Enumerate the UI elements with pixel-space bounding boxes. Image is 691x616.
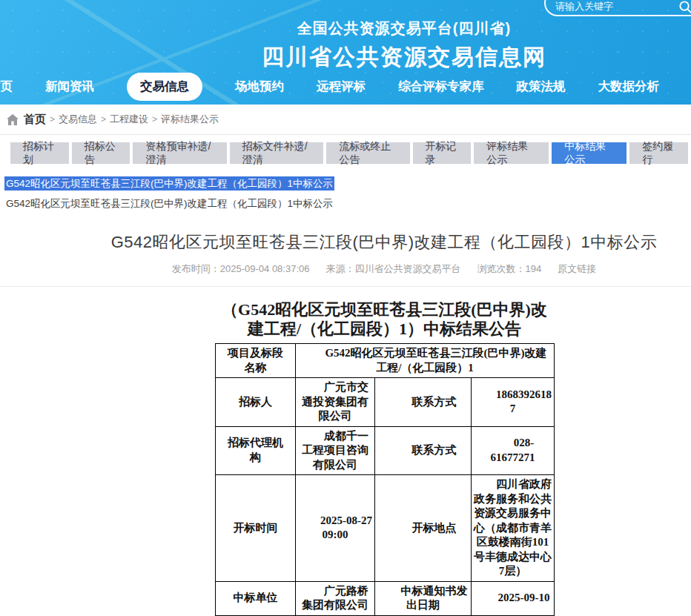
table-cell-r3c2: 开标地点 bbox=[375, 475, 472, 582]
table-row-1: 招标人广元市交通投资集团有限公司联系方式18683926187 bbox=[216, 378, 555, 427]
table-cell-r1c2: 联系方式 bbox=[375, 378, 472, 427]
document-title-line-2: 建工程/（化工园段）1）中标结果公告 bbox=[215, 319, 554, 339]
nav-item-2[interactable]: 交易信息 bbox=[127, 73, 202, 101]
table-row-0: 项目及标段名称G542昭化区元坝至旺苍县三江段(巴中界)改建工程/（化工园段）1 bbox=[216, 344, 555, 378]
table-cell-r0c1: G542昭化区元坝至旺苍县三江段(巴中界)改建工程/（化工园段）1 bbox=[296, 344, 555, 378]
breadcrumb: 首页 >交易信息>工程建设>评标结果公示 bbox=[0, 105, 691, 135]
site-title-large: 四川省公共资源交易信息网 bbox=[59, 42, 691, 73]
nav-item-4[interactable]: 远程评标 bbox=[317, 79, 366, 95]
tab-8[interactable]: 签约履行 bbox=[629, 142, 688, 164]
table-cell-r0c0: 项目及标段名称 bbox=[216, 344, 296, 378]
tab-7[interactable]: 中标结果公示 bbox=[552, 142, 626, 164]
meta-item-1: 来源：四川省公共资源交易平台 bbox=[326, 263, 461, 274]
origin-link[interactable]: 原文链接 bbox=[558, 263, 596, 274]
breadcrumb-separator: > bbox=[101, 114, 106, 125]
table-cell-r4c3: 2025-09-10 bbox=[472, 581, 555, 615]
nav-item-7[interactable]: 大数据分析 bbox=[598, 79, 660, 95]
tab-0[interactable]: 招标计划 bbox=[10, 142, 69, 164]
article-header: G542昭化区元坝至旺苍县三江段(巴中界)改建工程（化工园段）1中标公示 发布时… bbox=[39, 231, 691, 276]
search-input[interactable]: 请输入关键字 bbox=[544, 0, 691, 16]
breadcrumb-separator: > bbox=[152, 114, 157, 125]
tab-3[interactable]: 招标文件补遗/澄清 bbox=[230, 142, 323, 164]
breadcrumb-item-1[interactable]: 工程建设 bbox=[110, 113, 148, 126]
table-cell-r1c0: 招标人 bbox=[216, 378, 296, 427]
meta-item-0: 发布时间：2025-09-04 08:37:06 bbox=[172, 263, 310, 274]
search-icon[interactable] bbox=[678, 0, 691, 14]
tab-1[interactable]: 招标公告 bbox=[72, 142, 130, 164]
table-cell-r2c0: 招标代理机构 bbox=[216, 426, 296, 475]
divider bbox=[0, 286, 691, 287]
page-title: G542昭化区元坝至旺苍县三江段(巴中界)改建工程（化工园段）1中标公示 bbox=[39, 231, 691, 254]
nav-item-6[interactable]: 政策法规 bbox=[517, 79, 566, 95]
document-body: （G542昭化区元坝至旺苍县三江段(巴中界)改建工程/（化工园段）1）中标结果公… bbox=[215, 300, 554, 616]
document-title-line-1: （G542昭化区元坝至旺苍县三江段(巴中界)改 bbox=[215, 300, 554, 319]
list-item[interactable]: G542昭化区元坝至旺苍县三江段(巴中界)改建工程（化工园段）1中标公示 bbox=[4, 197, 691, 210]
tab-bar: 招标计划招标公告资格预审补遗/澄清招标文件补遗/澄清流标或终止公告开标记录评标结… bbox=[0, 135, 691, 164]
tab-6[interactable]: 评标结果公示 bbox=[474, 142, 549, 164]
nav-item-5[interactable]: 综合评标专家库 bbox=[398, 79, 484, 95]
site-titles: 全国公共资源交易平台(四川省) 四川省公共资源交易信息网 bbox=[59, 19, 691, 73]
table-cell-r3c3: 四川省政府政务服务和公共资源交易服务中心（成都市青羊区鼓楼南街101号丰德成达中… bbox=[472, 475, 555, 582]
site-title-small: 全国公共资源交易平台(四川省) bbox=[59, 19, 691, 39]
result-list: G542昭化区元坝至旺苍县三江段(巴中界)改建工程（化工园段）1中标公示 G54… bbox=[0, 164, 691, 210]
table-cell-r1c1: 广元市交通投资集团有限公司 bbox=[296, 378, 375, 427]
breadcrumb-item-0[interactable]: 交易信息 bbox=[59, 113, 97, 126]
breadcrumb-home[interactable]: 首页 bbox=[24, 113, 46, 127]
meta-item-2: 浏览次数：194 bbox=[477, 263, 542, 274]
table-cell-r1c3: 18683926187 bbox=[472, 378, 555, 427]
tab-2[interactable]: 资格预审补遗/澄清 bbox=[133, 142, 226, 164]
bid-result-table: 项目及标段名称G542昭化区元坝至旺苍县三江段(巴中界)改建工程/（化工园段）1… bbox=[215, 343, 555, 616]
table-cell-r2c2: 联系方式 bbox=[375, 426, 472, 475]
table-cell-r4c2: 中标通知书发出日期 bbox=[375, 581, 472, 615]
main-nav: 首页新闻资讯交易信息场地预约远程评标综合评标专家库政策法规大数据分析诚信监督曝光… bbox=[0, 70, 691, 103]
table-cell-r3c1: 2025-08-27 09:00 bbox=[296, 475, 375, 582]
tab-4[interactable]: 流标或终止公告 bbox=[326, 142, 409, 164]
document-title: （G542昭化区元坝至旺苍县三江段(巴中界)改建工程/（化工园段）1）中标结果公… bbox=[215, 300, 554, 339]
table-row-3: 开标时间2025-08-27 09:00开标地点四川省政府政务服务和公共资源交易… bbox=[216, 475, 555, 582]
table-cell-r2c1: 成都千一工程项目咨询有限公司 bbox=[296, 426, 375, 475]
tab-5[interactable]: 开标记录 bbox=[413, 142, 472, 164]
nav-item-0[interactable]: 首页 bbox=[0, 79, 13, 95]
nav-item-3[interactable]: 场地预约 bbox=[235, 79, 284, 95]
article-meta: 发布时间：2025-09-04 08:37:06来源：四川省公共资源交易平台浏览… bbox=[39, 262, 691, 276]
table-cell-r2c3: 028-61677271 bbox=[472, 426, 555, 475]
site-header: 请输入关键字 全国公共资源交易平台(四川省) 四川省公共资源交易信息网 首页新闻… bbox=[0, 0, 691, 105]
table-cell-r4c0: 中标单位 bbox=[216, 581, 296, 615]
breadcrumb-separator: > bbox=[50, 114, 55, 125]
nav-item-1[interactable]: 新闻资讯 bbox=[45, 79, 94, 95]
breadcrumb-item-2[interactable]: 评标结果公示 bbox=[161, 113, 219, 126]
list-item-selected[interactable]: G542昭化区元坝至旺苍县三江段(巴中界)改建工程（化工园段）1中标公示 bbox=[4, 176, 334, 191]
table-cell-r3c0: 开标时间 bbox=[216, 475, 296, 582]
search-placeholder: 请输入关键字 bbox=[555, 0, 678, 13]
table-cell-r4c1: 广元路桥集团有限公司 bbox=[296, 581, 375, 615]
table-row-2: 招标代理机构成都千一工程项目咨询有限公司联系方式028-61677271 bbox=[216, 426, 555, 475]
home-icon bbox=[7, 114, 19, 125]
table-row-4: 中标单位广元路桥集团有限公司中标通知书发出日期2025-09-10 bbox=[216, 581, 555, 615]
